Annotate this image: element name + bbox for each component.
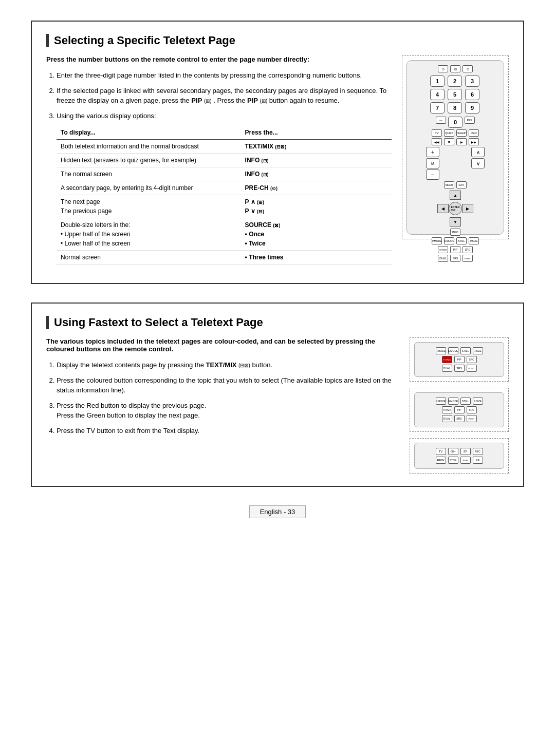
- section2-content: The various topics included in the telet…: [46, 337, 509, 474]
- press-col: SOURCE (⊠)• Once• Twice: [241, 218, 392, 251]
- section2-title: Using Fastext to Select a Teletext Page: [46, 316, 509, 329]
- dpad-enter: ENTER/OK: [449, 202, 462, 215]
- btn-play: ▶: [456, 138, 467, 145]
- remote-dashed-border: ⊙ ⊡ ⊙ 1 2 3 4 5 6 7 8 9: [402, 55, 509, 239]
- btn-ch-down: ∨: [471, 158, 485, 168]
- icon1: ⊙: [438, 65, 448, 72]
- s2-btn-position: POSIT: [467, 415, 477, 422]
- section1-title: Selecting a Specific Teletext Page: [46, 34, 509, 47]
- table-row: Double-size letters in the:• Upper half …: [57, 218, 392, 251]
- s3-tv-row: TV CH+ EP REC: [418, 448, 501, 455]
- s2-btn-pmode: P.MODE: [436, 398, 446, 405]
- s1-btn-psize: P.SIZE: [473, 347, 483, 354]
- table-row: Normal screen • Three times: [57, 251, 392, 264]
- pmode-row: P.MODE S.MODE STILL P.SIZE: [410, 237, 501, 244]
- display-options-table: To display... Press the... Both teletext…: [57, 126, 392, 264]
- section1-remote: ⊙ ⊡ ⊙ 1 2 3 4 5 6 7 8 9: [402, 55, 509, 271]
- table-row: The normal screen INFO (⊡): [57, 167, 392, 181]
- btn-7: 7: [430, 102, 445, 114]
- dpad-right: ▶: [462, 204, 473, 213]
- press-col: PRE-CH (⊙): [241, 181, 392, 195]
- btn-srs: SRS: [450, 255, 460, 262]
- btn-0: 0: [448, 117, 462, 128]
- dpad-down: ▼: [450, 217, 461, 226]
- btn-rec: REC: [469, 129, 479, 137]
- btn-exit: EXIT: [456, 181, 467, 188]
- playback-row: ◀◀ ■ ▶ ▶▶: [410, 138, 501, 145]
- btn-vol-down: −: [426, 169, 439, 180]
- table-row: A secondary page, by entering its 4-digi…: [57, 181, 392, 195]
- btn-psize: P.SIZE: [469, 237, 479, 244]
- table-row: The next pageThe previous page P ∧ (⊞)P …: [57, 195, 392, 218]
- remote-snippet-1: P.MODE S.MODE STILL P.SIZE TXT/MX PIP SR…: [410, 337, 509, 382]
- btn-ff: ▶▶: [469, 138, 479, 145]
- press-col: INFO (⊡): [241, 154, 392, 167]
- btn-info: INFO: [450, 229, 460, 236]
- btn-8: 8: [448, 102, 462, 114]
- section2-steps: Display the teletext contents page by pr…: [46, 360, 399, 436]
- s2-btn-psize: P.SIZE: [473, 398, 483, 405]
- btn-sleep: SLEEP: [456, 129, 467, 137]
- s2-btn-pip: PIP: [454, 406, 465, 413]
- display-col: Both teletext information and the normal…: [57, 140, 241, 154]
- display-col: Hidden text (answers to quiz games, for …: [57, 154, 241, 167]
- s3-btn-playpause: PLAY: [460, 457, 471, 464]
- btn-prech: PRE: [465, 117, 475, 124]
- section1-intro: Press the number buttons on the remote c…: [46, 55, 392, 63]
- step1-3: Using the various display options: To di…: [57, 111, 392, 265]
- s3-btn-rew: REW: [436, 457, 446, 464]
- menu-row: MENU EXIT: [410, 181, 501, 188]
- btn-stop: ■: [444, 138, 454, 145]
- s2-btn-textmix: TXT/MX: [442, 406, 452, 413]
- s1-btn-pip: PIP: [454, 356, 465, 363]
- info-row: INFO: [410, 229, 501, 236]
- s2-btn-dual: DUAL: [442, 415, 452, 422]
- s3-playback-row: REW STOP PLAY FF: [418, 457, 501, 464]
- press-col: P ∧ (⊞)P ∨ (⊟): [241, 195, 392, 218]
- s2-dual-row: DUAL SRS POSIT: [418, 415, 501, 422]
- btn-pmode: P.MODE: [432, 237, 442, 244]
- s1-btn-dual: DUAL: [442, 365, 452, 372]
- btn-menu: MENU: [444, 181, 454, 188]
- dual-row: DUAL SRS POSIT: [410, 255, 501, 262]
- remote-control-main: ⊙ ⊡ ⊙ 1 2 3 4 5 6 7 8 9: [406, 60, 504, 235]
- btn-9: 9: [465, 102, 479, 114]
- step2-4: Press the TV button to exit from the Tex…: [57, 426, 399, 436]
- s1-btn-textmix: TXT/MX: [442, 356, 452, 363]
- s2-pmode-row: P.MODE S.MODE STILL P.SIZE: [418, 398, 501, 405]
- table-row: Both teletext information and the normal…: [57, 140, 392, 154]
- btn-2: 2: [448, 75, 462, 87]
- col2-header: Press the...: [241, 126, 392, 140]
- s2-btn-srs: SRS: [454, 415, 465, 422]
- btn-rew: ◀◀: [432, 138, 442, 145]
- s3-btn-ep: EP: [460, 448, 471, 455]
- btn-1: 1: [430, 75, 445, 87]
- btn-6: 6: [465, 89, 479, 100]
- s1-btn-still: STILL: [460, 347, 471, 354]
- press-col: • Three times: [241, 251, 392, 264]
- btn-mute: M: [426, 158, 439, 168]
- dpad-container: ▲ ◀ ENTER/OK ▶ ▼: [410, 191, 501, 226]
- vol-ch-row: + M − ∧ ∨: [410, 147, 501, 180]
- s1-btn-srs: SRS: [454, 365, 465, 372]
- step2-3: Press the Red button to display the prev…: [57, 401, 399, 421]
- s1-btn-smode: S.MODE: [448, 347, 458, 354]
- section2-remotes: P.MODE S.MODE STILL P.SIZE TXT/MX PIP SR…: [410, 337, 509, 474]
- display-col: Normal screen: [57, 251, 241, 264]
- s1-btn-source: SRC: [467, 356, 477, 363]
- icon3: ⊙: [462, 65, 473, 72]
- section1-content: Press the number buttons on the remote c…: [46, 55, 509, 271]
- btn-vol-up: +: [426, 147, 439, 157]
- step1-1: Enter the three-digit page number listed…: [57, 70, 392, 81]
- btn-4: 4: [430, 89, 445, 100]
- prech-row: — 0 PRE: [410, 117, 501, 128]
- section2-intro: The various topics included in the telet…: [46, 337, 399, 353]
- btn-5: 5: [448, 89, 462, 100]
- s3-btn-tv: TV: [436, 448, 446, 455]
- btn-dash: —: [436, 117, 446, 124]
- press-col: TEXT/MIX (⊟⊠): [241, 140, 392, 154]
- footer-badge: English - 33: [249, 505, 306, 518]
- s1-btn-pmode: P.MODE: [436, 347, 446, 354]
- section-fastext: Using Fastext to Select a Teletext Page …: [31, 303, 524, 487]
- section1-text: Press the number buttons on the remote c…: [46, 55, 392, 271]
